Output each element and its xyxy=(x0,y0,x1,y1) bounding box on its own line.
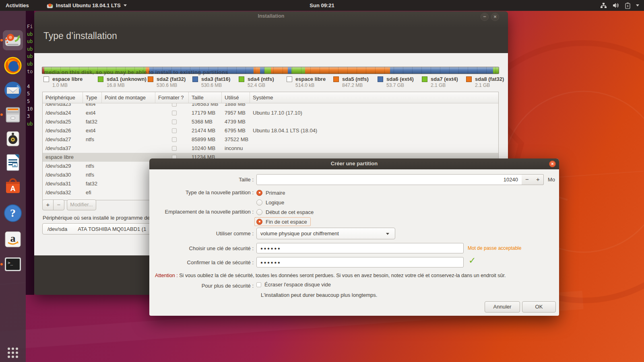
radio-icon[interactable] xyxy=(256,190,262,196)
table-row[interactable]: /dev/sda23 ext4 106583 MB 1888 MB xyxy=(43,103,498,109)
radio-icon[interactable] xyxy=(256,209,262,215)
column-header[interactable]: Système xyxy=(250,92,498,103)
column-header[interactable]: Utilisé xyxy=(222,92,250,103)
radio-icon[interactable] xyxy=(256,200,262,206)
cell-device: /dev/sda31 xyxy=(43,179,83,188)
terminal-line: 4 xyxy=(27,83,34,90)
table-row[interactable]: /dev/sda37 10240 MB inconnu xyxy=(43,144,498,153)
window-title: Installation xyxy=(34,13,508,19)
terminal-line: ub xyxy=(27,45,34,53)
radio-end-of-space[interactable]: Fin de cet espace xyxy=(254,217,311,226)
terminal-line: Fi xyxy=(27,23,34,31)
size-increment-button[interactable]: + xyxy=(533,174,544,185)
add-partition-button[interactable]: + xyxy=(42,200,54,210)
radio-logical[interactable]: Logique xyxy=(256,198,284,207)
running-indicator xyxy=(0,263,3,265)
create-partition-dialog: Créer une partition × Taille : 10240 − +… xyxy=(149,158,559,316)
legend-size: 514.0 kB xyxy=(295,82,326,88)
radio-label: Logique xyxy=(266,200,284,206)
ok-button[interactable]: OK xyxy=(522,301,556,313)
volume-icon xyxy=(613,2,619,8)
confirm-key-input[interactable]: ●●●●●● xyxy=(256,257,464,267)
cell-size: 5368 MB xyxy=(189,117,222,126)
legend-item: sda8 (fat32) 2.1 GB xyxy=(466,76,504,88)
dock-item-show-applications[interactable] xyxy=(3,343,23,362)
column-header[interactable]: Périphérique xyxy=(43,92,83,103)
cell-mount xyxy=(102,103,155,109)
overwrite-checkbox[interactable] xyxy=(256,282,261,287)
format-checkbox[interactable] xyxy=(172,119,177,124)
cancel-button[interactable]: Annuler xyxy=(485,301,520,313)
legend-swatch xyxy=(148,76,153,82)
dock-item-ubiquity-installer[interactable] xyxy=(3,30,23,50)
dock-item-amazon[interactable]: a xyxy=(3,229,23,249)
remove-partition-button[interactable]: − xyxy=(53,200,64,210)
column-header[interactable]: Formater ? xyxy=(155,92,189,103)
dock-item-firefox[interactable] xyxy=(3,56,23,76)
minimize-button[interactable]: − xyxy=(481,13,489,21)
column-header[interactable]: Taille xyxy=(189,92,222,103)
radio-primary[interactable]: Primaire xyxy=(256,188,285,197)
show-apps-grid-icon xyxy=(7,347,19,359)
legend-label: sda4 (ntfs) xyxy=(248,76,274,82)
dock-item-ubuntu-software[interactable]: A xyxy=(3,176,23,196)
table-row[interactable]: /dev/sda24 ext4 17179 MB 7957 MB Ubuntu … xyxy=(43,109,498,117)
legend-swatch xyxy=(422,76,427,82)
size-decrement-button[interactable]: − xyxy=(522,174,533,185)
radio-beginning-of-space[interactable]: Début de cet espace xyxy=(256,208,314,216)
format-checkbox[interactable] xyxy=(172,137,177,142)
cell-device: /dev/sda24 xyxy=(43,109,83,117)
legend-item: sda6 (ext4) 53.7 GB xyxy=(378,76,414,88)
cell-type: ntfs xyxy=(83,171,102,179)
column-header[interactable]: Point de montage xyxy=(102,92,155,103)
dock-item-libreoffice-writer[interactable] xyxy=(3,152,23,173)
use-as-combo[interactable]: volume physique pour chiffrement xyxy=(256,228,395,239)
format-checkbox[interactable] xyxy=(172,128,177,133)
cell-type: ntfs xyxy=(83,162,102,171)
partition-segment xyxy=(493,67,499,74)
cell-system: Ubuntu 18.04.1 LTS (18.04) xyxy=(250,126,498,135)
column-header[interactable]: Type xyxy=(83,92,102,103)
format-checkbox[interactable] xyxy=(172,146,177,151)
window-titlebar[interactable]: Installation − × xyxy=(34,11,508,22)
dock-item-terminal[interactable]: >_ xyxy=(3,254,23,274)
dialog-titlebar[interactable]: Créer une partition × xyxy=(149,158,559,169)
cell-system xyxy=(250,144,498,153)
dock-item-files[interactable] xyxy=(3,105,23,125)
size-input[interactable]: 10240 xyxy=(256,174,522,185)
cell-size: 17179 MB xyxy=(189,109,222,117)
security-key-label: Choisir une clé de sécurité : xyxy=(149,245,254,251)
dialog-close-button[interactable]: × xyxy=(549,160,556,167)
overwrite-checkbox-row[interactable]: Écraser l'espace disque vide xyxy=(256,282,331,288)
table-row[interactable]: /dev/sda26 ext4 21474 MB 6795 MB Ubuntu … xyxy=(43,126,498,135)
format-checkbox[interactable] xyxy=(172,111,177,115)
table-row[interactable]: /dev/sda25 fat32 5368 MB 4739 MB xyxy=(43,117,498,126)
radio-icon[interactable] xyxy=(256,219,262,225)
clock[interactable]: Sun 09:21 xyxy=(0,2,644,8)
system-menu-chevron-icon[interactable] xyxy=(636,4,639,6)
partition-segment xyxy=(44,67,146,74)
close-button[interactable]: × xyxy=(491,13,499,21)
file-cabinet-icon xyxy=(4,106,22,123)
duration-note: L'installation peut durer beaucoup plus … xyxy=(261,292,377,298)
partition-bar xyxy=(42,67,499,74)
partition-segment xyxy=(305,67,390,74)
software-icon: A xyxy=(4,177,22,195)
table-header: PériphériqueTypePoint de montageFormater… xyxy=(43,92,498,103)
terminal-strip[interactable]: Fiubububububto 455103ub xyxy=(26,11,34,295)
dock-item-thunderbird[interactable] xyxy=(3,80,23,100)
dock-item-rhythmbox[interactable] xyxy=(3,129,23,149)
warning-body: Si vous oubliez la clé de sécurité, tout… xyxy=(179,273,506,278)
edit-partition-button[interactable]: Modifier... xyxy=(67,200,96,210)
cell-device: /dev/sda25 xyxy=(43,117,83,126)
use-as-value: volume physique pour chiffrement xyxy=(260,230,339,237)
dock-item-help[interactable]: ? xyxy=(3,203,23,223)
radio-label: Fin de cet espace xyxy=(266,219,307,225)
legend-label: sda8 (fat32) xyxy=(475,76,504,82)
format-checkbox[interactable] xyxy=(172,103,177,107)
partition-location-label: Emplacement de la nouvelle partition : xyxy=(149,209,254,215)
legend-swatch xyxy=(378,76,383,82)
table-row[interactable]: /dev/sda27 ntfs 85899 MB 37522 MB xyxy=(43,135,498,144)
security-key-input[interactable]: ●●●●●● xyxy=(256,243,464,253)
battery-icon xyxy=(625,2,630,9)
